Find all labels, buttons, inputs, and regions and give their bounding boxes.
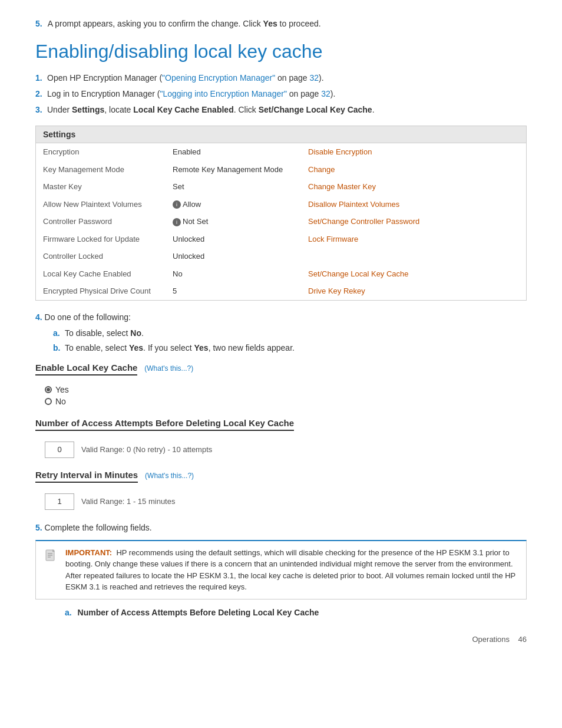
enable-cache-title-row: Enable Local Key Cache (What's this...?) bbox=[35, 363, 527, 381]
retry-interval-range: Valid Range: 1 - 15 minutes bbox=[81, 497, 175, 506]
step-3-num: 3. bbox=[35, 104, 42, 116]
settings-action-5[interactable]: Lock Firmware bbox=[301, 230, 526, 248]
step-4-sub-steps: a. To disable, select No. b. To enable, … bbox=[35, 327, 527, 354]
final-sub-step: a. Number of Access Attempts Before Dele… bbox=[35, 608, 527, 617]
step-5-block: 5. Complete the following fields. bbox=[35, 522, 527, 534]
settings-value-5: Unlocked bbox=[166, 230, 301, 248]
access-attempts-title-row: Number of Access Attempts Before Deletin… bbox=[35, 418, 527, 437]
enable-cache-radio-group: Yes No bbox=[35, 385, 527, 406]
enable-cache-title: Enable Local Key Cache bbox=[35, 363, 137, 375]
enable-cache-section: Enable Local Key Cache (What's this...?)… bbox=[35, 363, 527, 406]
step-2: 2. Log in to Encryption Manager ("Loggin… bbox=[35, 88, 527, 100]
settings-row-3: Allow New Plaintext VolumesiAllowDisallo… bbox=[36, 196, 526, 213]
settings-row-6: Controller LockedUnlocked bbox=[36, 248, 526, 265]
settings-label-6: Controller Locked bbox=[36, 248, 166, 265]
radio-no-circle bbox=[45, 398, 52, 405]
section-title: Enabling/disabling local key cache bbox=[35, 41, 527, 62]
settings-action-0[interactable]: Disable Encryption bbox=[301, 143, 526, 161]
settings-table: EncryptionEnabledDisable EncryptionKey M… bbox=[36, 143, 526, 300]
settings-label-1: Key Management Mode bbox=[36, 161, 166, 179]
access-attempts-input-row: 0 Valid Range: 0 (No retry) - 10 attempt… bbox=[35, 442, 527, 458]
enable-cache-whats-this[interactable]: (What's this...?) bbox=[144, 364, 193, 373]
settings-action-link-4[interactable]: Set/Change Controller Password bbox=[308, 217, 419, 226]
settings-label-3: Allow New Plaintext Volumes bbox=[36, 196, 166, 213]
settings-label-4: Controller Password bbox=[36, 213, 166, 230]
footer-text: Operations bbox=[472, 635, 510, 644]
step-4-block: 4. Do one of the following: a. To disabl… bbox=[35, 311, 527, 354]
settings-row-1: Key Management ModeRemote Key Management… bbox=[36, 161, 526, 179]
step-4-num: 4. bbox=[35, 312, 42, 322]
step-3: 3. Under Settings, locate Local Key Cach… bbox=[35, 104, 527, 116]
important-text-content: IMPORTANT: HP recommends using the defau… bbox=[65, 547, 518, 593]
final-sub-alpha: a. bbox=[65, 608, 72, 617]
settings-action-3[interactable]: Disallow Plaintext Volumes bbox=[301, 196, 526, 213]
access-attempts-title: Number of Access Attempts Before Deletin… bbox=[35, 418, 294, 431]
step-1-num: 1. bbox=[35, 72, 42, 84]
opening-manager-link[interactable]: "Opening Encryption Manager" bbox=[162, 73, 275, 83]
retry-interval-input-row: 1 Valid Range: 1 - 15 minutes bbox=[35, 493, 527, 510]
settings-action-2[interactable]: Change Master Key bbox=[301, 178, 526, 196]
radio-no-item[interactable]: No bbox=[45, 397, 527, 406]
settings-action-1[interactable]: Change bbox=[301, 161, 526, 179]
page-footer: Operations 46 bbox=[35, 635, 527, 644]
settings-action-link-1[interactable]: Change bbox=[308, 165, 335, 174]
settings-label-7: Local Key Cache Enabled bbox=[36, 265, 166, 283]
settings-action-link-7[interactable]: Set/Change Local Key Cache bbox=[308, 269, 409, 278]
settings-action-4[interactable]: Set/Change Controller Password bbox=[301, 213, 526, 230]
final-sub-text: Number of Access Attempts Before Deletin… bbox=[78, 608, 319, 617]
step-2-num: 2. bbox=[35, 88, 42, 100]
settings-label-2: Master Key bbox=[36, 178, 166, 196]
retry-interval-title-row: Retry Interval in Minutes (What's this..… bbox=[35, 470, 527, 489]
important-label: IMPORTANT: bbox=[65, 548, 112, 557]
settings-label-0: Encryption bbox=[36, 143, 166, 161]
intro-step-text: A prompt appears, asking you to confirm … bbox=[48, 19, 321, 28]
settings-value-8: 5 bbox=[166, 282, 301, 300]
intro-step: 5. A prompt appears, asking you to confi… bbox=[35, 18, 527, 30]
step-4a: a. To disable, select No. bbox=[53, 327, 527, 340]
settings-action-link-8[interactable]: Drive Key Rekey bbox=[308, 286, 365, 295]
step-4-text: Do one of the following: bbox=[45, 312, 131, 322]
important-icon bbox=[44, 548, 58, 593]
settings-label-8: Encrypted Physical Drive Count bbox=[36, 282, 166, 300]
settings-value-0: Enabled bbox=[166, 143, 301, 161]
settings-value-4: iNot Set bbox=[166, 213, 301, 230]
settings-action-link-3[interactable]: Disallow Plaintext Volumes bbox=[308, 200, 399, 209]
footer-page: 46 bbox=[518, 635, 527, 644]
radio-yes-item[interactable]: Yes bbox=[45, 385, 527, 394]
retry-interval-input[interactable]: 1 bbox=[45, 493, 74, 510]
settings-row-0: EncryptionEnabledDisable Encryption bbox=[36, 143, 526, 161]
settings-action-link-0[interactable]: Disable Encryption bbox=[308, 147, 372, 156]
retry-interval-whats-this[interactable]: (What's this...?) bbox=[145, 472, 194, 480]
radio-no-label: No bbox=[55, 397, 66, 406]
info-icon-4: i bbox=[173, 218, 181, 226]
settings-value-7: No bbox=[166, 265, 301, 283]
access-attempts-input[interactable]: 0 bbox=[45, 442, 74, 458]
settings-value-3: iAllow bbox=[166, 196, 301, 213]
radio-yes-label: Yes bbox=[55, 385, 69, 394]
settings-row-8: Encrypted Physical Drive Count5Drive Key… bbox=[36, 282, 526, 300]
radio-yes-circle bbox=[45, 386, 52, 393]
settings-action-link-5[interactable]: Lock Firmware bbox=[308, 235, 358, 243]
logging-manager-link[interactable]: "Logging into Encryption Manager" bbox=[160, 89, 286, 98]
settings-box: Settings EncryptionEnabledDisable Encryp… bbox=[35, 126, 527, 301]
access-attempts-range: Valid Range: 0 (No retry) - 10 attempts bbox=[81, 445, 212, 454]
settings-row-2: Master KeySetChange Master Key bbox=[36, 178, 526, 196]
settings-action-link-2[interactable]: Change Master Key bbox=[308, 182, 376, 191]
settings-row-7: Local Key Cache EnabledNoSet/Change Loca… bbox=[36, 265, 526, 283]
intro-step-num: 5. bbox=[35, 19, 42, 28]
important-body: HP recommends using the default settings… bbox=[65, 548, 515, 592]
step-5-num: 5. bbox=[35, 523, 42, 532]
step-4a-alpha: a. bbox=[53, 327, 60, 340]
settings-row-4: Controller PasswordiNot SetSet/Change Co… bbox=[36, 213, 526, 230]
step-4b: b. To enable, select Yes. If you select … bbox=[53, 342, 527, 354]
settings-action-7[interactable]: Set/Change Local Key Cache bbox=[301, 265, 526, 283]
access-attempts-section: Number of Access Attempts Before Deletin… bbox=[35, 418, 527, 458]
settings-value-2: Set bbox=[166, 178, 301, 196]
step-4b-alpha: b. bbox=[53, 342, 60, 354]
settings-action-8[interactable]: Drive Key Rekey bbox=[301, 282, 526, 300]
opening-manager-page[interactable]: 32 bbox=[310, 73, 319, 83]
logging-manager-page[interactable]: 32 bbox=[321, 89, 330, 98]
important-box: IMPORTANT: HP recommends using the defau… bbox=[35, 540, 527, 599]
step-5-text: Complete the following fields. bbox=[45, 523, 152, 532]
retry-interval-title: Retry Interval in Minutes bbox=[35, 470, 138, 483]
